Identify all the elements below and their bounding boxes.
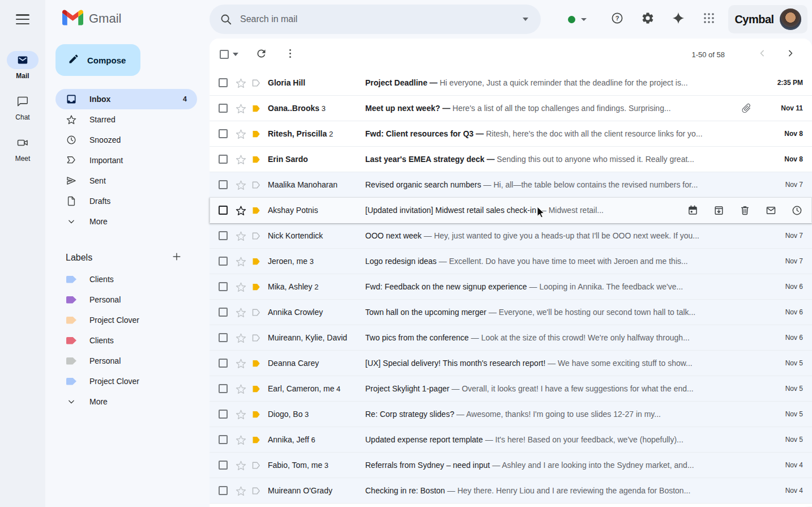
star-icon[interactable] xyxy=(235,255,247,267)
compose-button[interactable]: Compose xyxy=(55,44,140,76)
email-checkbox[interactable] xyxy=(219,410,228,419)
email-row-3[interactable]: Erin Sardo Last year's EMEA strategy dec… xyxy=(210,147,812,172)
importance-marker-icon[interactable] xyxy=(252,360,261,367)
importance-marker-icon[interactable] xyxy=(252,79,261,87)
email-row-0[interactable]: Gloria Hill Project Deadline — Hi everyo… xyxy=(210,70,812,96)
email-checkbox[interactable] xyxy=(219,180,228,189)
star-icon[interactable] xyxy=(235,281,247,293)
email-row-16[interactable]: Muireann O'Grady Checking in re: Boston … xyxy=(210,478,812,504)
email-checkbox[interactable] xyxy=(219,104,228,113)
sidebar-label-personal[interactable]: Personal xyxy=(55,289,197,310)
star-icon[interactable] xyxy=(235,306,247,318)
sidebar-labels-more[interactable]: More xyxy=(55,391,197,412)
sidebar-item-inbox[interactable]: Inbox 4 xyxy=(55,89,197,109)
importance-marker-icon[interactable] xyxy=(252,487,261,495)
sidebar-label-clients[interactable]: Clients xyxy=(55,269,197,289)
delete-button[interactable] xyxy=(739,204,751,216)
importance-marker-icon[interactable] xyxy=(252,283,261,291)
settings-button[interactable] xyxy=(636,8,659,31)
email-checkbox[interactable] xyxy=(219,257,228,266)
email-row-15[interactable]: Fabio, Tom, me 3 Referrals from Sydney –… xyxy=(210,453,812,478)
email-row-4[interactable]: Maalika Manoharan Revised organic search… xyxy=(210,172,812,198)
gemini-button[interactable] xyxy=(667,8,690,31)
sidebar-label-personal[interactable]: Personal xyxy=(55,351,197,371)
importance-marker-icon[interactable] xyxy=(252,105,261,112)
email-row-5[interactable]: Akshay Potnis [Updated invitation] Midwe… xyxy=(210,198,812,223)
star-icon[interactable] xyxy=(235,77,247,89)
star-icon[interactable] xyxy=(235,230,247,242)
star-icon[interactable] xyxy=(235,408,247,420)
older-page-button[interactable] xyxy=(784,48,797,61)
email-checkbox[interactable] xyxy=(219,435,228,444)
star-icon[interactable] xyxy=(235,383,247,395)
search-bar[interactable] xyxy=(210,5,541,34)
star-icon[interactable] xyxy=(235,459,247,471)
importance-marker-icon[interactable] xyxy=(252,181,261,189)
rail-item-meet[interactable]: Meet xyxy=(7,134,39,163)
email-row-10[interactable]: Muireann, Kylie, David Two pics from the… xyxy=(210,325,812,351)
email-row-2[interactable]: Ritesh, Priscilla 2 Fwd: Client resource… xyxy=(210,121,812,147)
email-checkbox[interactable] xyxy=(219,129,228,138)
email-row-12[interactable]: Earl, Cameron, me 4 Project Skylight 1-p… xyxy=(210,376,812,402)
email-checkbox[interactable] xyxy=(219,359,228,368)
importance-marker-icon[interactable] xyxy=(252,130,261,138)
rail-item-chat[interactable]: Chat xyxy=(7,92,39,121)
star-icon[interactable] xyxy=(235,485,247,497)
email-checkbox[interactable] xyxy=(219,231,228,240)
avatar[interactable] xyxy=(780,8,801,30)
email-row-1[interactable]: Oana..Brooks 3 Meet up next week? — Here… xyxy=(210,96,812,121)
importance-marker-icon[interactable] xyxy=(252,232,261,240)
sidebar-item-starred[interactable]: Starred xyxy=(55,109,197,130)
create-label-button[interactable] xyxy=(170,251,183,265)
email-row-11[interactable]: Deanna Carey [UX] Special delivery! This… xyxy=(210,351,812,376)
google-apps-button[interactable] xyxy=(698,8,720,31)
star-icon[interactable] xyxy=(235,204,247,216)
star-icon[interactable] xyxy=(235,434,247,446)
mark-as-unread-button[interactable] xyxy=(765,204,777,216)
help-button[interactable]: ? xyxy=(606,8,629,31)
search-input[interactable] xyxy=(240,14,523,24)
importance-marker-icon[interactable] xyxy=(252,334,261,342)
more-options-button[interactable] xyxy=(284,48,296,62)
email-row-14[interactable]: Annika, Jeff 6 Updated expense report te… xyxy=(210,427,812,453)
email-checkbox[interactable] xyxy=(219,282,228,291)
rail-item-mail[interactable]: Mail xyxy=(7,51,39,80)
star-icon[interactable] xyxy=(235,154,247,165)
email-row-13[interactable]: Diogo, Bo 3 Re: Corp strategy slides? — … xyxy=(210,402,812,427)
star-icon[interactable] xyxy=(235,103,247,114)
star-icon[interactable] xyxy=(235,179,247,191)
search-options-caret-icon[interactable] xyxy=(523,18,528,21)
select-options-caret-icon[interactable] xyxy=(233,53,238,56)
email-checkbox[interactable] xyxy=(219,308,228,317)
search-icon[interactable] xyxy=(220,13,232,25)
main-menu-icon[interactable] xyxy=(14,12,32,26)
sidebar-label-project-clover[interactable]: Project Clover xyxy=(55,310,197,330)
sidebar-label-project-clover[interactable]: Project Clover xyxy=(55,371,197,391)
email-checkbox[interactable] xyxy=(219,333,228,342)
email-row-9[interactable]: Annika Crowley Town hall on the upcoming… xyxy=(210,300,812,325)
workspace-account-card[interactable]: Cymbal xyxy=(728,5,807,33)
star-icon[interactable] xyxy=(235,128,247,140)
star-icon[interactable] xyxy=(235,357,247,369)
email-row-7[interactable]: Jeroen, me 3 Logo redesign ideas — Excel… xyxy=(210,249,812,274)
snooze-button[interactable] xyxy=(791,204,803,216)
email-checkbox[interactable] xyxy=(219,461,228,470)
select-all-checkbox[interactable] xyxy=(220,50,229,59)
archive-button[interactable] xyxy=(713,204,725,216)
email-row-6[interactable]: Nick Kortendick OOO next week — Hey, jus… xyxy=(210,223,812,249)
importance-marker-icon[interactable] xyxy=(252,411,261,418)
star-icon[interactable] xyxy=(235,332,247,344)
importance-marker-icon[interactable] xyxy=(252,207,261,214)
email-checkbox[interactable] xyxy=(219,206,228,215)
importance-marker-icon[interactable] xyxy=(252,385,261,393)
sidebar-item-important[interactable]: Important xyxy=(55,150,197,171)
email-checkbox[interactable] xyxy=(219,155,228,164)
importance-marker-icon[interactable] xyxy=(252,309,261,316)
sidebar-item-drafts[interactable]: Drafts xyxy=(55,191,197,211)
sidebar-item-more[interactable]: More xyxy=(55,211,197,232)
newer-page-button[interactable] xyxy=(755,48,769,61)
importance-marker-icon[interactable] xyxy=(252,436,261,444)
refresh-button[interactable] xyxy=(255,48,267,62)
email-checkbox[interactable] xyxy=(219,78,228,87)
importance-marker-icon[interactable] xyxy=(252,258,261,265)
